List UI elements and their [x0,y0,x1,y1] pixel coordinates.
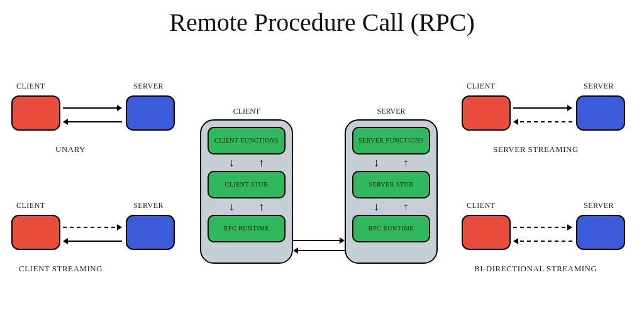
caption-client-streaming: CLIENT STREAMING [19,264,103,274]
arrow-request [63,104,122,112]
arrow-down-icon: ↓ [229,200,235,214]
svg-marker-5 [117,224,122,230]
arrow-response [63,118,122,126]
svg-marker-17 [340,237,345,244]
server-box [126,95,175,131]
arrow-down-icon: ↓ [229,156,235,170]
client-label: CLIENT [16,201,45,210]
server-box [126,215,175,250]
server-label: SERVER [133,82,164,91]
arch-server-title: SERVER [346,107,436,116]
svg-marker-11 [513,119,518,125]
arch-server-column: SERVER SERVER FUNCTIONS ↓ ↑ SERVER STUB … [345,119,438,264]
arrow-request-dashed [63,224,122,231]
server-box [576,95,625,131]
arrow-response [63,237,122,245]
arrow-response-dashed [513,237,572,245]
client-box [11,95,60,131]
green-rpc-runtime-client: RPC RUNTIME [208,215,286,242]
client-label: CLIENT [467,201,496,210]
green-server-stub: SERVER STUB [352,171,430,198]
caption-unary: UNARY [55,144,86,154]
arrow-up-icon: ↑ [403,156,409,170]
arrow-response-dashed [513,118,572,126]
client-box [462,95,511,131]
arrow-up-icon: ↑ [258,200,264,214]
svg-marker-9 [567,105,572,111]
svg-marker-7 [63,238,68,244]
svg-marker-19 [293,247,298,254]
svg-marker-3 [63,119,68,125]
caption-server-streaming: SERVER STREAMING [493,144,579,154]
client-box [462,215,511,250]
svg-marker-1 [117,105,122,111]
arrow-down-icon: ↓ [374,156,379,170]
green-client-stub: CLIENT STUB [208,171,286,198]
svg-marker-13 [567,224,572,230]
page-title: Remote Procedure Call (RPC) [0,0,644,37]
panel-server-streaming: CLIENT SERVER SERVER STREAMING [462,82,625,176]
panel-bidirectional: CLIENT SERVER BI-DIRECTIONAL STREAMING [462,201,625,301]
caption-bidirectional: BI-DIRECTIONAL STREAMING [474,264,597,274]
server-box [576,215,625,250]
arrow-request [513,104,572,112]
client-label: CLIENT [16,82,45,91]
client-label: CLIENT [467,82,496,91]
client-box [11,215,60,250]
server-label: SERVER [584,201,614,210]
svg-marker-15 [513,238,518,244]
server-label: SERVER [133,201,164,210]
arch-client-title: CLIENT [201,107,292,116]
arrow-up-icon: ↑ [258,156,264,170]
panel-unary: CLIENT SERVER UNARY [11,82,175,176]
arch-client-column: CLIENT CLIENT FUNCTIONS ↓ ↑ CLIENT STUB … [200,119,293,264]
server-label: SERVER [584,82,614,91]
arrow-runtime-to-client [293,247,345,254]
green-server-functions: SERVER FUNCTIONS [352,127,430,154]
green-rpc-runtime-server: RPC RUNTIME [352,215,430,242]
green-client-functions: CLIENT FUNCTIONS [208,127,286,154]
panel-client-streaming: CLIENT SERVER CLIENT STREAMING [11,201,175,301]
arrow-down-icon: ↓ [374,200,379,214]
arrow-runtime-to-server [293,237,345,244]
arrow-up-icon: ↑ [403,200,409,214]
arrow-request-dashed [513,224,572,231]
